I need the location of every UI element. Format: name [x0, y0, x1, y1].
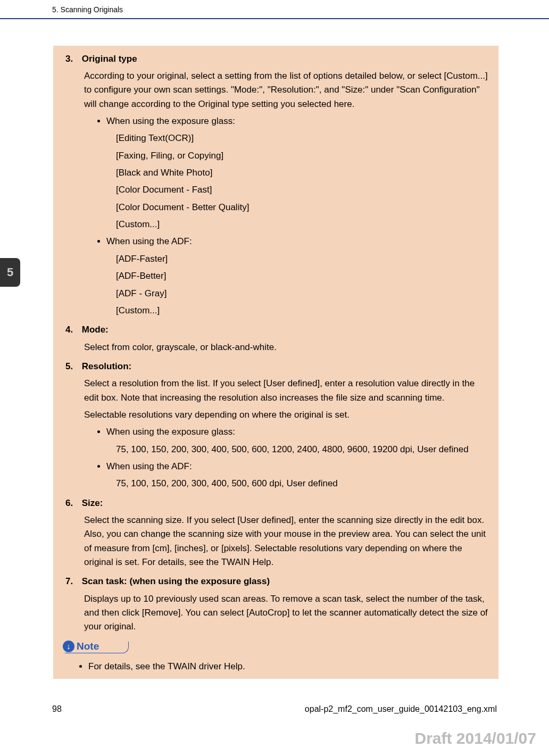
note-label: Note — [77, 638, 99, 654]
page-number: 98 — [52, 703, 62, 716]
item-heading: Size: — [82, 498, 103, 508]
arrow-down-icon: ↓ — [63, 641, 74, 652]
item-number: 6. — [65, 496, 79, 510]
item-number: 7. — [65, 575, 79, 588]
bullet: When using the ADF: 75, 100, 150, 200, 3… — [106, 460, 489, 491]
section-title: 5. Scanning Originals — [52, 5, 123, 14]
note-item: For details, see the TWAIN driver Help. — [88, 660, 489, 674]
item-heading: Resolution: — [82, 361, 132, 371]
body-text: Displays up to 10 previously used scan a… — [84, 592, 489, 634]
note-callout: ↓ Note — [63, 639, 489, 653]
option: [ADF-Faster] — [116, 252, 489, 266]
option: [Black and White Photo] — [116, 166, 489, 180]
option: [Color Document - Fast] — [116, 183, 489, 197]
option: 75, 100, 150, 200, 300, 400, 500, 600 dp… — [116, 477, 489, 491]
note-badge: ↓ Note — [63, 639, 127, 653]
option: [Custom...] — [116, 304, 489, 318]
item-number: 3. — [65, 52, 79, 66]
option: [Editing Text(OCR)] — [116, 131, 489, 145]
item-4: 4. Mode: Select from color, grayscale, o… — [63, 323, 489, 354]
page-header: 5. Scanning Originals — [0, 0, 549, 19]
item-heading: Mode: — [82, 325, 109, 335]
bullet: When using the exposure glass: [Editing … — [106, 114, 489, 231]
option: [Custom...] — [116, 218, 489, 231]
body-text: Select the scanning size. If you select … — [84, 513, 489, 569]
bullet: When using the exposure glass: 75, 100, … — [106, 425, 489, 456]
item-number: 5. — [65, 360, 79, 373]
option: [Faxing, Filing, or Copying] — [116, 149, 489, 163]
body-text: Select from color, grayscale, or black-a… — [84, 340, 489, 354]
body-text: According to your original, select a set… — [84, 69, 489, 111]
option: [ADF - Gray] — [116, 287, 489, 301]
item-number: 4. — [65, 323, 79, 337]
item-6: 6. Size: Select the scanning size. If yo… — [63, 496, 489, 570]
item-5: 5. Resolution: Select a resolution from … — [63, 360, 489, 491]
chapter-tab: 5 — [0, 258, 20, 287]
option: [ADF-Better] — [116, 269, 489, 283]
bullet: When using the ADF: [ADF-Faster] [ADF-Be… — [106, 235, 489, 318]
item-3: 3. Original type According to your origi… — [63, 52, 489, 318]
file-reference: opal-p2_mf2_com_user_guide_00142103_eng.… — [305, 703, 497, 716]
item-heading: Original type — [82, 54, 137, 64]
item-heading: Scan task: (when using the exposure glas… — [82, 576, 270, 586]
draft-watermark: Draft 2014/01/07 — [415, 726, 537, 751]
option: [Color Document - Better Quality] — [116, 201, 489, 214]
body-text: Selectable resolutions vary depending on… — [84, 408, 489, 422]
option: 75, 100, 150, 200, 300, 400, 500, 600, 1… — [116, 443, 489, 456]
content-box: 3. Original type According to your origi… — [53, 46, 498, 679]
footer: 98 opal-p2_mf2_com_user_guide_00142103_e… — [0, 703, 549, 716]
body-text: Select a resolution from the list. If yo… — [84, 377, 489, 405]
item-7: 7. Scan task: (when using the exposure g… — [63, 575, 489, 634]
